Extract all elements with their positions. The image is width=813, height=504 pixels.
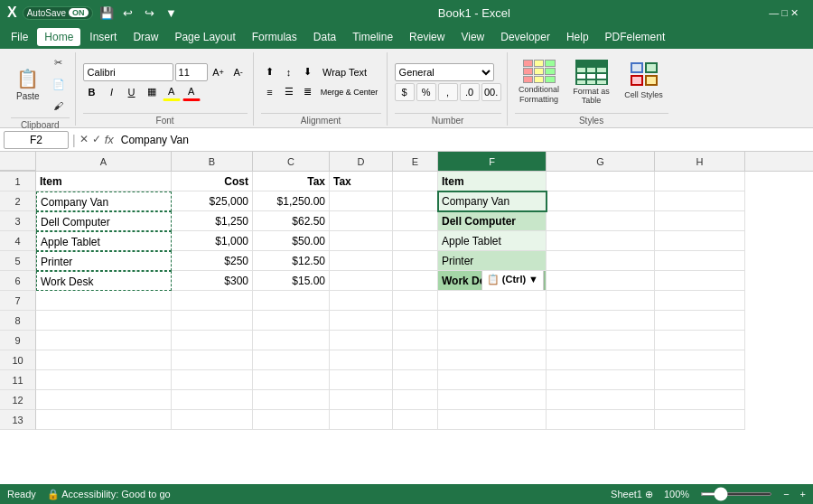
font-color-button[interactable]: A — [182, 83, 201, 101]
cell-b3[interactable]: $1,250 — [172, 211, 253, 231]
cell-b9[interactable] — [172, 331, 253, 350]
cell-f10[interactable] — [438, 350, 547, 370]
menu-insert[interactable]: Insert — [82, 28, 124, 46]
format-painter-button[interactable]: 🖌 — [48, 96, 70, 116]
decimal-decrease-button[interactable]: 00. — [481, 83, 501, 101]
align-middle-button[interactable]: ↕ — [280, 63, 298, 81]
cell-d3[interactable] — [330, 211, 393, 231]
cell-c1[interactable]: Tax — [253, 172, 330, 191]
cell-g1[interactable] — [547, 172, 655, 191]
cell-h1[interactable] — [655, 172, 745, 191]
cell-e9[interactable] — [393, 331, 438, 350]
sheet-tab[interactable]: Sheet1 ⊕ — [611, 489, 653, 500]
cell-c12[interactable] — [253, 390, 330, 410]
row-num-2[interactable]: 2 — [0, 191, 36, 211]
cell-a4[interactable]: Apple Tablet — [36, 231, 172, 251]
cancel-formula-icon[interactable]: ✕ — [79, 133, 89, 146]
cell-c2[interactable]: $1,250.00 — [253, 191, 330, 211]
zoom-out-icon[interactable]: − — [783, 489, 789, 499]
cell-b4[interactable]: $1,000 — [172, 231, 253, 251]
cell-h7[interactable] — [655, 291, 745, 311]
cell-d11[interactable] — [330, 370, 393, 390]
wrap-text-button[interactable]: Wrap Text — [318, 63, 372, 81]
cell-e4[interactable] — [393, 231, 438, 251]
row-num-11[interactable]: 11 — [0, 370, 36, 390]
cell-g5[interactable] — [547, 251, 655, 271]
cell-a8[interactable] — [36, 311, 172, 331]
row-num-10[interactable]: 10 — [0, 350, 36, 370]
cell-e8[interactable] — [393, 311, 438, 331]
cell-c5[interactable]: $12.50 — [253, 251, 330, 271]
cell-d2[interactable] — [330, 191, 393, 211]
cell-g7[interactable] — [547, 291, 655, 311]
align-top-button[interactable]: ⬆ — [261, 63, 279, 81]
font-size-input[interactable] — [175, 63, 208, 81]
menu-data[interactable]: Data — [306, 28, 343, 46]
conditional-formatting-button[interactable]: Conditional Formatting — [515, 56, 564, 108]
cell-reference-input[interactable] — [4, 131, 69, 149]
cell-g12[interactable] — [547, 390, 655, 410]
underline-button[interactable]: U — [123, 83, 141, 101]
cell-b1[interactable]: Cost — [172, 172, 253, 191]
menu-developer[interactable]: Developer — [493, 28, 557, 46]
align-bottom-button[interactable]: ⬇ — [299, 63, 317, 81]
cell-b8[interactable] — [172, 311, 253, 331]
cell-b10[interactable] — [172, 350, 253, 370]
number-format-select[interactable]: General — [395, 63, 494, 81]
col-header-g[interactable]: G — [547, 152, 655, 171]
cell-g10[interactable] — [547, 350, 655, 370]
menu-formulas[interactable]: Formulas — [245, 28, 304, 46]
cell-h11[interactable] — [655, 370, 745, 390]
cell-g13[interactable] — [547, 410, 655, 430]
cell-b2[interactable]: $25,000 — [172, 191, 253, 211]
cell-f12[interactable] — [438, 390, 547, 410]
cell-d12[interactable] — [330, 390, 393, 410]
fill-color-button[interactable]: A — [163, 83, 181, 101]
fx-icon[interactable]: fx — [105, 133, 114, 146]
cell-a13[interactable] — [36, 410, 172, 430]
cell-f8[interactable] — [438, 311, 547, 331]
cell-g9[interactable] — [547, 331, 655, 350]
cell-h6[interactable] — [655, 271, 745, 291]
cell-d4[interactable] — [330, 231, 393, 251]
cell-b13[interactable] — [172, 410, 253, 430]
cell-d1[interactable]: Tax — [330, 172, 393, 191]
cell-f6[interactable]: Work Desk 📋 (Ctrl) ▼ — [438, 271, 547, 291]
col-header-h[interactable]: H — [655, 152, 745, 171]
cell-f3[interactable]: Dell Computer — [438, 211, 547, 231]
cell-d6[interactable] — [330, 271, 393, 291]
menu-help[interactable]: Help — [559, 28, 596, 46]
cell-b7[interactable] — [172, 291, 253, 311]
cell-a3[interactable]: Dell Computer — [36, 211, 172, 231]
border-button[interactable]: ▦ — [143, 83, 161, 101]
cell-e5[interactable] — [393, 251, 438, 271]
cell-g11[interactable] — [547, 370, 655, 390]
col-header-a[interactable]: A — [36, 152, 172, 171]
cell-f2[interactable]: Company Van — [438, 191, 547, 211]
cell-h8[interactable] — [655, 311, 745, 331]
font-name-input[interactable] — [83, 63, 173, 81]
percent-button[interactable]: % — [416, 83, 436, 101]
autosave-toggle[interactable]: AutoSave ON — [23, 6, 93, 20]
cell-f1[interactable]: Item — [438, 172, 547, 191]
cell-d8[interactable] — [330, 311, 393, 331]
cell-d5[interactable] — [330, 251, 393, 271]
zoom-slider[interactable] — [700, 492, 772, 496]
merge-center-button[interactable]: Merge & Center — [318, 83, 381, 101]
cell-a12[interactable] — [36, 390, 172, 410]
cell-a10[interactable] — [36, 350, 172, 370]
cell-h12[interactable] — [655, 390, 745, 410]
paste-button[interactable]: 📋 Paste — [11, 58, 45, 110]
cell-c8[interactable] — [253, 311, 330, 331]
row-num-7[interactable]: 7 — [0, 291, 36, 311]
more-icon[interactable]: ▼ — [164, 5, 180, 21]
align-right-button[interactable]: ≣ — [299, 83, 317, 101]
cell-b6[interactable]: $300 — [172, 271, 253, 291]
menu-draw[interactable]: Draw — [126, 28, 165, 46]
cell-b5[interactable]: $250 — [172, 251, 253, 271]
cell-d9[interactable] — [330, 331, 393, 350]
cell-styles-button[interactable]: Cell Styles — [620, 56, 668, 108]
cell-a2[interactable]: Company Van — [36, 191, 172, 211]
cell-e7[interactable] — [393, 291, 438, 311]
align-left-button[interactable]: ≡ — [261, 83, 279, 101]
